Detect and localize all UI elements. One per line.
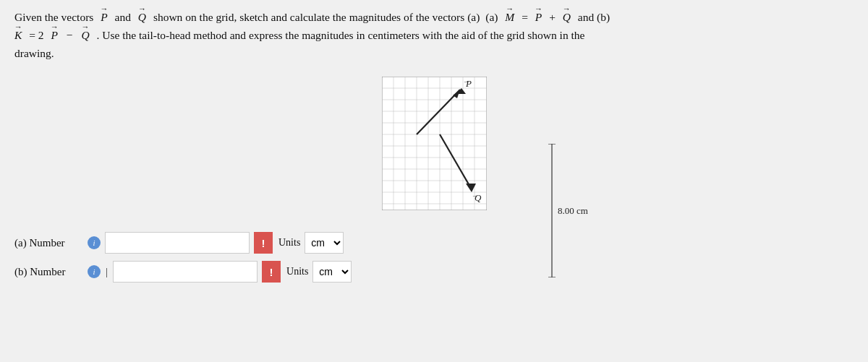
info-icon-b: i: [88, 265, 101, 278]
problem-text: Given the vectors → P and → Q shown on t…: [14, 9, 854, 62]
grid-section: P → Q → 8.00 cm: [14, 77, 854, 210]
svg-text:→: →: [463, 78, 469, 85]
number-input-a[interactable]: [105, 232, 250, 254]
error-button-a[interactable]: !: [254, 232, 273, 254]
answer-row-a: (a) Number i ! Units cm m mm: [14, 232, 854, 254]
label-b: (b) Number: [14, 266, 83, 278]
number-input-b[interactable]: [113, 261, 258, 283]
units-label-a: Units: [278, 237, 300, 249]
info-icon-a: i: [88, 236, 101, 249]
line1: Given the vectors → P and → Q shown on t…: [14, 11, 610, 23]
units-label-b: Units: [286, 266, 308, 277]
label-a: (a) Number: [14, 237, 83, 249]
line2: → K = 2 → P − → Q . Use the tail-to-head…: [14, 29, 584, 41]
cursor-indicator: |: [106, 266, 108, 278]
answer-row-b: (b) Number i | ! Units cm m mm: [14, 261, 854, 283]
answers-section: (a) Number i ! Units cm m mm (b) Number …: [14, 232, 854, 283]
error-button-b[interactable]: !: [262, 261, 281, 283]
line3: drawing.: [14, 47, 54, 59]
svg-text:8.00 cm: 8.00 cm: [558, 205, 588, 216]
units-select-a[interactable]: cm m mm: [305, 232, 344, 254]
grid-wrapper: P → Q → 8.00 cm: [382, 77, 487, 210]
grid-canvas: P → Q →: [382, 77, 487, 210]
units-select-b[interactable]: cm m mm: [312, 261, 352, 283]
svg-text:→: →: [472, 192, 478, 199]
